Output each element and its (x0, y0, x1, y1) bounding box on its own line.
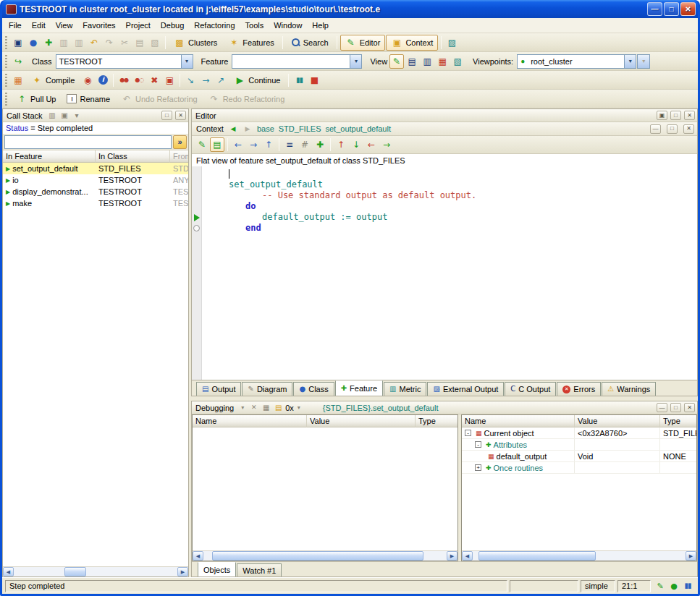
view-flat-icon[interactable]: ▥ (420, 54, 434, 69)
step-out-icon[interactable]: ↗ (214, 73, 228, 88)
call-stack-row[interactable]: ▶io TESTROOT ANY (3, 174, 188, 186)
call-stack-row[interactable]: ▶display_demonstrat... TESTROOT TESTROOT (3, 186, 188, 197)
scroll-right-icon[interactable]: ▶ (686, 551, 696, 561)
scroll-thumb[interactable] (64, 567, 86, 576)
open-in-new-window-icon[interactable]: ↪ (11, 54, 25, 69)
tab-c-output[interactable]: CC Output (505, 382, 556, 396)
features-button[interactable]: ✶ Features (223, 35, 279, 51)
show-callees-icon[interactable]: → (246, 137, 261, 152)
feature-combo[interactable]: ▾ (232, 54, 362, 69)
open-in-editor-icon[interactable]: ▤ (210, 137, 224, 152)
call-stack-hscrollbar[interactable]: ◀ ▶ (3, 566, 188, 576)
menu-file[interactable]: File (4, 19, 27, 32)
tab-warnings[interactable]: ⚠Warnings (602, 382, 656, 396)
column-header-type[interactable]: Type (660, 415, 696, 427)
info-icon[interactable]: i (96, 73, 110, 88)
remove-breakpoints-icon[interactable]: ✖ (147, 73, 161, 88)
chevron-down-icon[interactable]: ▾ (624, 55, 636, 68)
menu-tools[interactable]: Tools (240, 19, 269, 32)
breadcrumb-feature[interactable]: set_output_default (325, 124, 391, 133)
history-back-icon[interactable]: ◀ (228, 124, 238, 134)
history-forward-icon[interactable]: ▶ (243, 124, 253, 134)
hex-format-toggle[interactable]: 0x (285, 404, 294, 412)
pause-icon[interactable]: ▮▮ (292, 73, 306, 88)
new-window-icon[interactable]: ▣ (11, 35, 25, 50)
enable-breakpoints-icon[interactable]: ●● (117, 73, 131, 88)
object-tree-row[interactable]: ▦default_output Void NONE (462, 451, 696, 462)
scroll-left-icon[interactable]: ◀ (3, 567, 14, 576)
error-info-icon[interactable]: ◉ (80, 73, 95, 88)
edit-feature-icon[interactable]: ✎ (195, 137, 209, 152)
cut-icon[interactable]: ✂ (117, 35, 132, 50)
undock-panel-icon[interactable]: ▣ (657, 111, 667, 120)
scroll-left-icon[interactable]: ◀ (193, 551, 203, 561)
edit-state-icon[interactable]: ✎ (654, 580, 666, 592)
tab-class[interactable]: ●Class (293, 382, 334, 396)
external-display-icon[interactable]: ▨ (444, 35, 459, 50)
scroll-right-icon[interactable]: ▶ (177, 567, 188, 576)
toolbar-grip[interactable] (5, 36, 7, 49)
column-header-name[interactable]: Name (193, 415, 307, 427)
scroll-thumb[interactable] (478, 551, 596, 561)
debugging-menu-icon[interactable]: ▾ (238, 403, 247, 413)
column-header-name[interactable]: Name (462, 415, 575, 427)
melt-icon[interactable]: ▦ (11, 73, 25, 88)
callers-tree-icon[interactable]: ← (364, 137, 379, 152)
toolbar-grip[interactable] (5, 74, 7, 87)
stop-icon[interactable]: ■ (307, 73, 321, 88)
objects-hscrollbar[interactable]: ◀ ▶ (462, 550, 696, 561)
minimize-panel-icon[interactable]: — (657, 403, 667, 412)
chevron-down-icon[interactable]: ▾ (181, 55, 193, 68)
tab-output[interactable]: ▤Output (196, 382, 241, 396)
redo-icon[interactable]: ↷ (102, 35, 117, 50)
callees-tree-icon[interactable]: → (379, 137, 394, 152)
activity-indicator-icon[interactable]: ▮▮ (682, 580, 693, 592)
object-tree-row[interactable]: +✚Once routines (462, 462, 696, 474)
tab-diagram[interactable]: ✎Diagram (242, 382, 292, 396)
context-tool-toggle[interactable]: ▣ Context (386, 35, 438, 51)
view-clickable-icon[interactable]: ▦ (435, 54, 450, 69)
close-debug-icon[interactable]: ✕ (248, 402, 259, 413)
tab-feature[interactable]: ✚Feature (335, 380, 383, 396)
clusters-button[interactable]: ▩ Clusters (169, 35, 222, 51)
paste-icon[interactable]: ▧ (148, 35, 162, 50)
menu-edit[interactable]: Edit (27, 19, 51, 32)
menu-help[interactable]: Help (307, 19, 334, 32)
format-view-icon[interactable]: ≡ (282, 137, 297, 152)
menu-project[interactable]: Project (121, 19, 156, 32)
line-numbers-icon[interactable]: # (298, 137, 312, 152)
view-editor-icon[interactable]: ✎ (389, 54, 404, 69)
column-header-value[interactable]: Value (307, 415, 416, 427)
viewpoints-extra-dropdown[interactable]: ▾ (637, 54, 650, 69)
maximize-button[interactable]: □ (664, 2, 679, 16)
maximize-panel-icon[interactable]: □ (670, 403, 681, 412)
maximize-panel-icon[interactable]: □ (667, 124, 678, 134)
maximize-panel-icon[interactable]: □ (670, 111, 681, 120)
go-to-definition-icon[interactable]: ↑ (261, 137, 276, 152)
step-into-icon[interactable]: ↘ (183, 73, 198, 88)
close-button[interactable]: ✕ (680, 2, 696, 16)
minimize-button[interactable]: — (647, 2, 662, 16)
column-header-in-feature[interactable]: In Feature (3, 150, 96, 163)
continue-button[interactable]: ▶ Continue (229, 72, 285, 88)
view-contract-icon[interactable]: ▧ (450, 54, 465, 69)
close-panel-icon[interactable]: ✕ (683, 124, 694, 134)
menu-window[interactable]: Window (269, 19, 307, 32)
maximize-panel-icon[interactable]: □ (161, 111, 172, 120)
call-stack-row[interactable]: ▶set_output_default STD_FILES STD_FILES (3, 163, 188, 174)
stack-search-button[interactable]: » (173, 135, 187, 149)
locals-empty-area[interactable] (193, 427, 457, 550)
scroll-left-icon[interactable]: ◀ (462, 551, 473, 561)
save-icon[interactable]: ▥ (56, 35, 71, 50)
descendants-icon[interactable]: ↓ (349, 137, 363, 152)
breakpoint-slot-icon[interactable] (193, 225, 200, 231)
pull-up-button[interactable]: ↑ Pull Up (11, 91, 61, 107)
breadcrumb-class[interactable]: STD_FILES (279, 124, 321, 133)
panel-menu-icon[interactable]: ▾ (72, 110, 83, 121)
object-tree-row[interactable]: -▦Current object <0x32A8760> STD_FILES (462, 427, 696, 439)
class-combo[interactable]: TESTROOT ▾ (56, 54, 193, 69)
menu-view[interactable]: View (51, 19, 78, 32)
disable-breakpoints-icon[interactable]: ●◌ (132, 73, 146, 88)
undo-refactoring-button[interactable]: ↶ Undo Refactoring (116, 91, 203, 107)
close-panel-icon[interactable]: ✕ (175, 111, 186, 120)
